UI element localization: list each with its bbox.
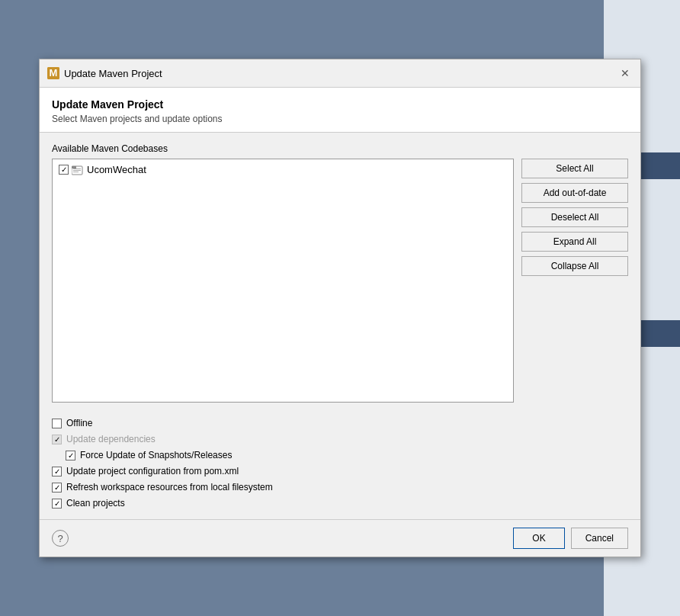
buttons-panel: Select All Add out-of-date Deselect All … bbox=[521, 159, 628, 403]
title-bar: M Update Maven Project ✕ bbox=[40, 59, 640, 88]
options-section: OfflineUpdate dependenciesForce Update o… bbox=[52, 418, 628, 509]
expand-all-button[interactable]: Expand All bbox=[521, 232, 628, 252]
footer-right: OK Cancel bbox=[513, 528, 628, 549]
cancel-button[interactable]: Cancel bbox=[571, 528, 628, 549]
ok-button[interactable]: OK bbox=[513, 528, 564, 549]
svg-text:M: M bbox=[50, 67, 58, 79]
add-out-of-date-button[interactable]: Add out-of-date bbox=[521, 183, 628, 203]
collapse-all-button[interactable]: Collapse All bbox=[521, 256, 628, 276]
option-row: Clean projects bbox=[52, 498, 628, 509]
option-checkbox-3[interactable] bbox=[52, 467, 62, 476]
tree-item[interactable]: UcomWechat bbox=[56, 162, 510, 177]
option-row: Refresh workspace resources from local f… bbox=[52, 482, 628, 492]
svg-rect-5 bbox=[73, 170, 81, 171]
option-row: Force Update of Snapshots/Releases bbox=[52, 450, 628, 460]
option-checkbox-0[interactable] bbox=[52, 419, 62, 428]
option-label-1: Update dependencies bbox=[66, 434, 156, 444]
option-row: Update dependencies bbox=[52, 434, 628, 444]
project-icon bbox=[72, 165, 84, 175]
option-checkbox-2[interactable] bbox=[66, 451, 75, 460]
svg-rect-4 bbox=[73, 168, 81, 169]
dialog-header-title: Update Maven Project bbox=[52, 98, 628, 111]
project-checkbox[interactable] bbox=[59, 165, 69, 175]
option-checkbox-1 bbox=[52, 435, 62, 444]
help-button[interactable]: ? bbox=[52, 530, 69, 547]
dialog-header: Update Maven Project Select Maven projec… bbox=[40, 88, 640, 133]
svg-rect-6 bbox=[73, 172, 79, 172]
option-label-4: Refresh workspace resources from local f… bbox=[66, 482, 273, 492]
option-label-5: Clean projects bbox=[66, 498, 125, 509]
option-row: Update project configuration from pom.xm… bbox=[52, 466, 628, 476]
maven-icon: M bbox=[47, 67, 59, 79]
footer-left: ? bbox=[52, 530, 69, 547]
tree-view[interactable]: UcomWechat bbox=[52, 159, 514, 403]
codebases-label: Available Maven Codebases bbox=[52, 143, 628, 154]
deselect-all-button[interactable]: Deselect All bbox=[521, 207, 628, 227]
option-label-0: Offline bbox=[66, 418, 92, 428]
svg-rect-3 bbox=[72, 166, 76, 168]
title-bar-left: M Update Maven Project bbox=[47, 67, 162, 79]
update-maven-dialog: M Update Maven Project ✕ Update Maven Pr… bbox=[39, 59, 641, 557]
project-name: UcomWechat bbox=[87, 164, 146, 175]
option-checkbox-5[interactable] bbox=[52, 499, 62, 509]
close-button[interactable]: ✕ bbox=[617, 66, 633, 81]
codebases-area: UcomWechat Select All Add out-of-date De… bbox=[52, 159, 628, 403]
dialog-header-subtitle: Select Maven projects and update options bbox=[52, 114, 628, 124]
option-row: Offline bbox=[52, 418, 628, 428]
dialog-footer: ? OK Cancel bbox=[40, 519, 640, 557]
dialog-title: Update Maven Project bbox=[64, 68, 162, 79]
option-label-2: Force Update of Snapshots/Releases bbox=[80, 450, 232, 460]
option-checkbox-4[interactable] bbox=[52, 483, 62, 492]
select-all-button[interactable]: Select All bbox=[521, 159, 628, 178]
dialog-body: Available Maven Codebases bbox=[40, 133, 640, 519]
option-label-3: Update project configuration from pom.xm… bbox=[66, 466, 239, 476]
